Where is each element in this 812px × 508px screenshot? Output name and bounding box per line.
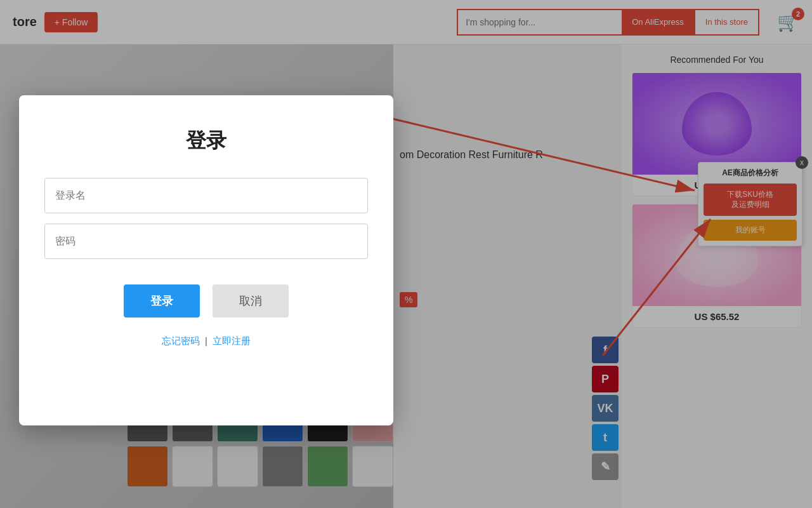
- modal-links: 忘记密码 | 立即注册: [44, 335, 368, 347]
- login-button[interactable]: 登录: [124, 284, 200, 318]
- register-link[interactable]: 立即注册: [213, 335, 251, 346]
- cancel-button[interactable]: 取消: [213, 284, 289, 318]
- modal-buttons: 登录 取消: [44, 284, 368, 318]
- link-divider: |: [205, 335, 207, 346]
- modal-title: 登录: [44, 127, 368, 155]
- forgot-password-link[interactable]: 忘记密码: [162, 335, 200, 346]
- login-modal: 登录 登录 取消 忘记密码 | 立即注册: [19, 95, 393, 425]
- username-input[interactable]: [44, 178, 368, 213]
- modal-overlay: 登录 登录 取消 忘记密码 | 立即注册: [0, 0, 812, 508]
- password-input[interactable]: [44, 224, 368, 259]
